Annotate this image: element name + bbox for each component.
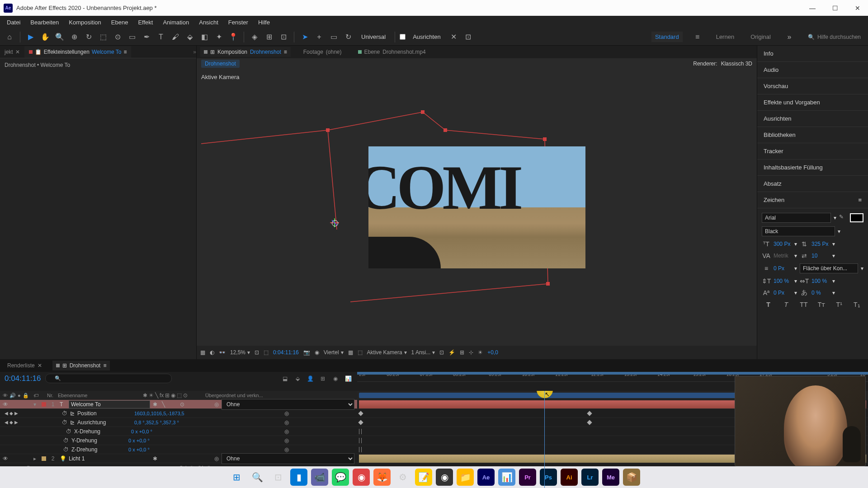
type-tool[interactable]: T bbox=[155, 31, 167, 43]
tab-layer[interactable]: Ebene Drohnenshot.mp4 bbox=[354, 47, 429, 57]
tab-renderliste[interactable]: Renderliste ✕ bbox=[4, 361, 46, 371]
menu-effekt[interactable]: Effekt bbox=[133, 17, 157, 28]
stopwatch-icon[interactable]: ⏱ bbox=[62, 410, 67, 417]
kf-diamond-icon[interactable]: ◆ bbox=[9, 411, 13, 416]
snap-icon[interactable]: ✕ bbox=[448, 31, 460, 43]
menu-datei[interactable]: Datei bbox=[2, 17, 25, 28]
tab-timeline-comp[interactable]: ⊞ Drohnenshot ≡ bbox=[52, 361, 110, 371]
switch-icon[interactable]: ⊞ bbox=[165, 392, 170, 399]
playhead[interactable] bbox=[544, 391, 545, 488]
expression-icon[interactable]: ⊵ bbox=[70, 410, 75, 417]
font-weight-select[interactable]: Black bbox=[762, 226, 835, 236]
ausrichten-checkbox[interactable] bbox=[400, 34, 406, 40]
exposure-icon[interactable]: ☀ bbox=[478, 349, 483, 356]
frame-blend-icon[interactable]: ⊞ bbox=[318, 374, 327, 383]
stopwatch-icon[interactable]: ⏱ bbox=[66, 428, 71, 435]
panel-info[interactable]: Info bbox=[757, 46, 868, 62]
visibility-col-icon[interactable]: 👁 bbox=[3, 393, 8, 399]
ws-menu-icon[interactable]: ≡ bbox=[692, 31, 703, 43]
chevron-down-icon[interactable]: ▾ bbox=[832, 241, 835, 247]
add-icon[interactable]: + bbox=[313, 31, 325, 43]
workspace-lernen[interactable]: Lernen bbox=[712, 32, 738, 42]
local-axis-icon[interactable]: ◈ bbox=[249, 31, 260, 43]
explorer-icon[interactable]: 📁 bbox=[457, 469, 474, 486]
next-kf-icon[interactable]: ▶ bbox=[14, 411, 18, 416]
layer-welcome-to[interactable]: 👁 ▾ 1 T Welcome To ✱ ╲ ⊙ ◎ Ohne bbox=[0, 400, 357, 409]
twirl-icon[interactable]: ▾ bbox=[33, 401, 39, 408]
eyedropper-icon[interactable]: ✎ bbox=[839, 214, 847, 222]
teams-icon[interactable]: 📹 bbox=[311, 469, 328, 486]
chevron-down-icon[interactable]: ▾ bbox=[832, 278, 835, 284]
snap-box-icon[interactable]: ⊡ bbox=[462, 31, 474, 43]
cursor-icon[interactable]: ➤ bbox=[299, 31, 311, 43]
panel-effekte[interactable]: Effekte und Vorgaben bbox=[757, 94, 868, 111]
camera-dropdown[interactable]: Aktive Kamera ▾ bbox=[367, 349, 407, 356]
world-axis-icon[interactable]: ⊞ bbox=[263, 31, 275, 43]
viewer-timecode[interactable]: 0:04:11:16 bbox=[273, 349, 299, 356]
composition-flowchart-icon[interactable]: ⬓ bbox=[280, 374, 289, 383]
refresh-icon[interactable]: ↻ bbox=[342, 31, 354, 43]
bold-icon[interactable]: T bbox=[764, 300, 773, 309]
minimize-button[interactable]: — bbox=[806, 2, 819, 14]
rotate-tool[interactable]: ↻ bbox=[83, 31, 94, 43]
channel-icon[interactable]: ◉ bbox=[315, 349, 319, 356]
photoshop-icon[interactable]: Ps bbox=[540, 469, 557, 486]
draft3d-icon[interactable]: ⬙ bbox=[293, 374, 302, 383]
app-icon[interactable]: ⚙ bbox=[394, 469, 411, 486]
obs-icon[interactable]: ◉ bbox=[436, 469, 453, 486]
y-rotation-value[interactable]: 0 x +0,0 ° bbox=[128, 438, 150, 443]
resolution-icon[interactable]: ⊡ bbox=[255, 349, 259, 356]
view-axis-icon[interactable]: ⊡ bbox=[278, 31, 289, 43]
start-button[interactable]: ⊞ bbox=[228, 469, 245, 486]
shape-tool[interactable]: ▭ bbox=[126, 31, 138, 43]
menu-animation[interactable]: Animation bbox=[158, 17, 193, 28]
layer-name[interactable]: Welcome To bbox=[69, 400, 150, 408]
keyframe-icon[interactable] bbox=[587, 420, 592, 425]
anchor-point-icon[interactable] bbox=[330, 218, 339, 227]
roto-tool[interactable]: ✦ bbox=[213, 31, 225, 43]
x-rotation-value[interactable]: 0 x +0,0 ° bbox=[131, 429, 152, 434]
media-encoder-icon[interactable]: Me bbox=[602, 469, 619, 486]
timeline-icon[interactable]: ⊞ bbox=[460, 349, 464, 356]
hscale-value[interactable]: 100 % bbox=[811, 278, 830, 284]
stroke-mode-select[interactable]: Fläche über Kon... bbox=[800, 263, 858, 273]
composition-viewer[interactable]: Aktive Kamera COMI bbox=[197, 69, 757, 346]
chevron-down-icon[interactable]: ▾ bbox=[794, 290, 797, 296]
puppet-tool[interactable]: 📍 bbox=[227, 31, 239, 43]
panel-ausrichten[interactable]: Ausrichten bbox=[757, 111, 868, 127]
tab-footage[interactable]: Footage (ohne) bbox=[300, 47, 345, 57]
menu-komposition[interactable]: Komposition bbox=[64, 17, 106, 28]
leading-value[interactable]: 325 Px bbox=[811, 241, 830, 247]
chevron-down-icon[interactable]: ▾ bbox=[861, 265, 863, 272]
menu-ansicht[interactable]: Ansicht bbox=[194, 17, 223, 28]
rect-icon[interactable]: ▭ bbox=[328, 31, 340, 43]
twirl-icon[interactable]: ▸ bbox=[33, 455, 39, 462]
search-taskbar-icon[interactable]: 🔍 bbox=[249, 469, 266, 486]
label-color[interactable] bbox=[42, 402, 46, 407]
switch-icon[interactable]: ☀ bbox=[149, 392, 154, 399]
keyframe-icon[interactable] bbox=[358, 420, 363, 425]
after-effects-icon[interactable]: Ae bbox=[477, 469, 495, 486]
panel-menu-icon[interactable]: ≡ bbox=[858, 197, 862, 203]
prop-x-drehung[interactable]: ⏱ X-Drehung 0 x +0,0 ° ◎ bbox=[0, 427, 357, 436]
snapshot-icon[interactable]: 📷 bbox=[303, 349, 310, 356]
chevron-down-icon[interactable]: ▾ bbox=[794, 241, 797, 247]
panel-absatz[interactable]: Absatz bbox=[757, 176, 868, 192]
app-icon[interactable]: ◉ bbox=[353, 469, 370, 486]
fill-color[interactable] bbox=[850, 213, 863, 222]
parent-select[interactable]: Ohne bbox=[222, 453, 354, 464]
hand-tool[interactable]: ✋ bbox=[39, 31, 51, 43]
orbit-tool[interactable]: ⊕ bbox=[68, 31, 80, 43]
prop-ausrichtung[interactable]: ◀◆▶ ⏱ ⊵ Ausrichtung 0,8 °,352,5 °,357,3 … bbox=[0, 418, 357, 427]
workspace-standard[interactable]: Standard bbox=[651, 32, 683, 42]
audio-col-icon[interactable]: 🔊 bbox=[9, 393, 16, 399]
stroke-value[interactable]: 0 Px bbox=[774, 265, 792, 272]
workspace-original[interactable]: Original bbox=[747, 32, 774, 42]
renderer-value[interactable]: Klassisch 3D bbox=[721, 61, 752, 67]
maximize-button[interactable]: ☐ bbox=[828, 2, 842, 14]
resolution-dropdown[interactable]: Viertel ▾ bbox=[324, 349, 344, 356]
menu-bearbeiten[interactable]: Bearbeiten bbox=[26, 17, 63, 28]
kerning-value[interactable]: Metrik bbox=[774, 253, 792, 259]
panel-overflow-icon[interactable]: » bbox=[193, 49, 196, 55]
switch-icon[interactable]: ╲ bbox=[155, 392, 158, 399]
